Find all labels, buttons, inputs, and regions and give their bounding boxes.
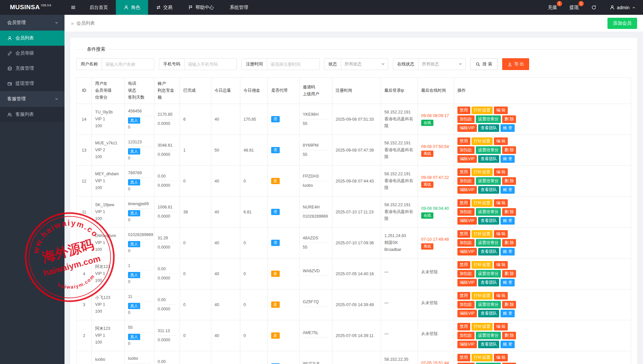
nav-item-system-management[interactable]: 系统管理: [222, 0, 256, 15]
sidebar-item-withdraw-management[interactable]: 提现管理: [0, 76, 64, 91]
action-set-credit-button[interactable]: 设置信誉分: [476, 239, 501, 247]
action-account-change-button[interactable]: 账 变: [501, 217, 514, 225]
recharge-nav-button[interactable]: 充值 1: [542, 0, 563, 15]
action-inject-setting-button[interactable]: 打针设置: [472, 168, 493, 176]
action-edit-button[interactable]: 编 辑: [494, 354, 508, 361]
action-delete-button[interactable]: 删 除: [502, 332, 516, 339]
username-input[interactable]: [102, 59, 154, 70]
action-adjust-funds-button[interactable]: 加扣款: [457, 208, 475, 216]
action-view-team-button[interactable]: 查看团队: [478, 186, 499, 194]
action-disable-button[interactable]: 禁用: [457, 107, 470, 114]
action-view-team-button[interactable]: 查看团队: [478, 341, 499, 348]
action-set-credit-button[interactable]: 设置信誉分: [476, 363, 501, 364]
action-adjust-funds-button[interactable]: 加扣款: [457, 301, 475, 308]
action-view-team-button[interactable]: 查看团队: [478, 310, 499, 317]
action-delete-button[interactable]: 删 除: [502, 301, 516, 308]
action-set-credit-button[interactable]: 设置信誉分: [476, 146, 501, 154]
action-edit-button[interactable]: 编 辑: [494, 107, 508, 114]
action-set-credit-button[interactable]: 设置信誉分: [476, 208, 501, 216]
action-inject-setting-button[interactable]: 打针设置: [472, 199, 493, 207]
search-button[interactable]: 搜 索: [470, 58, 498, 70]
action-disable-button[interactable]: 禁用: [457, 261, 470, 269]
action-edit-vip-button[interactable]: 编辑VIP: [457, 217, 477, 225]
action-account-change-button[interactable]: 账 变: [501, 279, 514, 286]
action-adjust-funds-button[interactable]: 加扣款: [457, 177, 475, 185]
action-edit-button[interactable]: 编 辑: [494, 168, 508, 176]
action-set-credit-button[interactable]: 设置信誉分: [476, 177, 501, 185]
admin-menu[interactable]: admin: [603, 0, 643, 15]
refresh-button[interactable]: [585, 0, 603, 15]
action-edit-button[interactable]: 编 辑: [494, 199, 508, 207]
action-edit-vip-button[interactable]: 编辑VIP: [457, 155, 477, 163]
action-disable-button[interactable]: 禁用: [457, 354, 470, 361]
action-adjust-funds-button[interactable]: 加扣款: [457, 239, 475, 247]
nav-item-help-center[interactable]: 帮助中心: [180, 0, 222, 15]
status-select[interactable]: 所有状态: [341, 59, 388, 70]
action-edit-button[interactable]: 编 辑: [494, 292, 508, 300]
action-delete-button[interactable]: 删 除: [502, 115, 516, 123]
sidebar-toggle-button[interactable]: [64, 0, 82, 15]
sidebar-item-service-list[interactable]: 客服列表: [0, 107, 64, 122]
action-view-team-button[interactable]: 查看团队: [478, 124, 499, 132]
sidebar-group-member-management[interactable]: 会员管理: [0, 15, 64, 31]
action-edit-vip-button[interactable]: 编辑VIP: [457, 341, 477, 348]
action-delete-button[interactable]: 删 除: [502, 146, 516, 154]
action-edit-vip-button[interactable]: 编辑VIP: [457, 310, 477, 317]
action-edit-vip-button[interactable]: 编辑VIP: [457, 186, 477, 194]
action-account-change-button[interactable]: 账 变: [501, 124, 514, 132]
regtime-input[interactable]: [267, 59, 319, 70]
action-inject-setting-button[interactable]: 打针设置: [472, 354, 493, 361]
action-account-change-button[interactable]: 账 变: [501, 248, 514, 255]
add-member-button[interactable]: 添加会员: [607, 18, 637, 29]
export-button[interactable]: 导 出: [502, 58, 529, 70]
action-adjust-funds-button[interactable]: 加扣款: [457, 146, 475, 154]
nav-item-dashboard[interactable]: 后台首页: [82, 0, 116, 15]
action-adjust-funds-button[interactable]: 加扣款: [457, 363, 475, 364]
action-edit-button[interactable]: 编 辑: [494, 323, 508, 330]
sidebar-group-service-management[interactable]: 客服管理: [0, 91, 64, 107]
action-inject-setting-button[interactable]: 打针设置: [472, 261, 493, 269]
action-adjust-funds-button[interactable]: 加扣款: [457, 115, 475, 123]
action-view-team-button[interactable]: 查看团队: [478, 217, 499, 225]
action-disable-button[interactable]: 禁用: [457, 168, 470, 176]
action-delete-button[interactable]: 删 除: [502, 239, 516, 247]
sidebar-item-recharge-management[interactable]: 充值管理: [0, 61, 64, 76]
nav-item-trade[interactable]: 交易: [148, 0, 180, 15]
action-edit-button[interactable]: 编 辑: [494, 261, 508, 269]
action-disable-button[interactable]: 禁用: [457, 292, 470, 300]
action-account-change-button[interactable]: 账 变: [501, 186, 514, 194]
action-set-credit-button[interactable]: 设置信誉分: [476, 301, 501, 308]
action-inject-setting-button[interactable]: 打针设置: [472, 323, 493, 330]
action-edit-vip-button[interactable]: 编辑VIP: [457, 248, 477, 255]
phone-input[interactable]: [185, 59, 237, 70]
action-edit-vip-button[interactable]: 编辑VIP: [457, 279, 477, 286]
action-edit-button[interactable]: 编 辑: [494, 137, 508, 145]
action-inject-setting-button[interactable]: 打针设置: [472, 137, 493, 145]
sidebar-item-member-level[interactable]: 会员等级: [0, 46, 64, 61]
action-account-change-button[interactable]: 账 变: [501, 155, 514, 163]
sidebar-item-member-list[interactable]: 会员列表: [0, 31, 64, 46]
action-edit-button[interactable]: 编 辑: [494, 230, 508, 238]
action-disable-button[interactable]: 禁用: [457, 199, 470, 207]
action-set-credit-button[interactable]: 设置信誉分: [476, 332, 501, 339]
action-disable-button[interactable]: 禁用: [457, 137, 470, 145]
action-delete-button[interactable]: 删 除: [502, 270, 516, 278]
action-view-team-button[interactable]: 查看团队: [478, 155, 499, 163]
action-account-change-button[interactable]: 账 变: [501, 310, 514, 317]
action-disable-button[interactable]: 禁用: [457, 323, 470, 330]
action-inject-setting-button[interactable]: 打针设置: [472, 292, 493, 300]
action-set-credit-button[interactable]: 设置信誉分: [476, 270, 501, 278]
action-account-change-button[interactable]: 账 变: [501, 341, 514, 348]
action-adjust-funds-button[interactable]: 加扣款: [457, 332, 475, 339]
withdraw-nav-button[interactable]: 提现 1: [563, 0, 585, 15]
action-delete-button[interactable]: 删 除: [502, 177, 516, 185]
action-view-team-button[interactable]: 查看团队: [478, 248, 499, 255]
action-edit-vip-button[interactable]: 编辑VIP: [457, 124, 477, 132]
action-delete-button[interactable]: 删 除: [502, 363, 516, 364]
action-view-team-button[interactable]: 查看团队: [478, 279, 499, 286]
action-set-credit-button[interactable]: 设置信誉分: [476, 115, 501, 123]
action-inject-setting-button[interactable]: 打针设置: [472, 107, 493, 114]
online-status-select[interactable]: 所有状态: [419, 59, 465, 70]
nav-item-role[interactable]: 角色: [116, 0, 148, 15]
action-adjust-funds-button[interactable]: 加扣款: [457, 270, 475, 278]
